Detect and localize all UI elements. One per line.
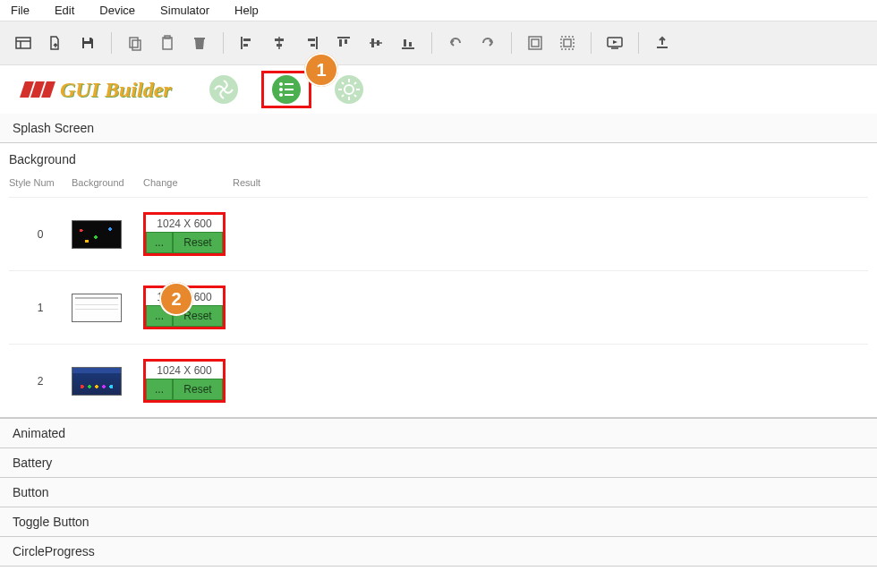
svg-rect-9 [194,38,205,39]
svg-rect-28 [529,37,541,49]
dimensions-label: 1024 X 600 [146,215,223,232]
reset-button[interactable]: Reset [173,379,223,400]
background-thumbnail[interactable] [72,220,143,249]
undo-icon[interactable] [441,29,470,57]
toolbar-separator [591,32,592,54]
svg-rect-20 [339,39,342,47]
toolbar-separator [431,32,432,54]
svg-rect-4 [84,44,91,48]
upload-icon[interactable] [648,29,677,57]
svg-rect-7 [163,38,172,49]
svg-rect-17 [308,38,315,41]
align-center-v-icon[interactable] [362,29,390,57]
header-row: GUI Builder 1 [0,65,877,114]
col-style-num: Style Num [9,177,72,188]
col-result: Result [233,177,286,188]
new-layout-icon[interactable] [9,29,38,57]
svg-rect-0 [16,38,30,48]
svg-rect-3 [84,38,89,41]
svg-rect-23 [371,38,374,47]
column-headers: Style Num Background Change Result [9,174,868,197]
toolbar [0,21,877,65]
svg-rect-31 [564,39,571,47]
open-icon[interactable] [41,29,70,57]
section-circle-progress[interactable]: CircleProgress [0,537,877,567]
menu-simulator[interactable]: Simulator [160,4,209,17]
svg-line-50 [354,95,356,97]
svg-rect-24 [377,40,379,46]
change-control: 1024 X 600 ... Reset [143,359,226,403]
svg-rect-5 [130,38,138,47]
background-title: Background [9,152,868,166]
svg-rect-6 [132,40,140,50]
background-thumbnail[interactable] [72,367,143,396]
section-splash-screen[interactable]: Splash Screen [0,114,877,143]
toolbar-separator [638,32,639,54]
background-row: 0 1024 X 600 ... Reset [9,197,868,270]
section-toggle-button[interactable]: Toggle Button [0,507,877,537]
align-left-icon[interactable] [233,29,261,57]
app-title: GUI Builder [60,78,172,102]
background-row: 2 1024 X 600 ... Reset [9,344,868,417]
svg-rect-14 [275,38,284,41]
ungroup-icon[interactable] [553,29,582,57]
preview-icon[interactable] [600,29,629,57]
mode-design-icon[interactable] [199,71,249,108]
delete-icon[interactable] [185,29,214,57]
copy-icon[interactable] [121,29,149,57]
svg-rect-15 [277,44,282,47]
align-center-h-icon[interactable] [265,29,294,57]
logo-stripes-icon [22,81,53,98]
browse-button[interactable]: ... [146,232,173,253]
menu-device[interactable]: Device [99,4,135,17]
svg-line-49 [342,82,344,84]
save-icon[interactable] [73,29,102,57]
menu-help[interactable]: Help [234,4,259,17]
mode-list-icon[interactable] [261,71,311,108]
background-thumbnail[interactable] [72,294,143,322]
menu-bar: File Edit Device Simulator Help [0,0,877,21]
dimensions-label: 1024 X 600 [146,362,223,379]
browse-button[interactable]: ... [146,379,173,400]
svg-rect-11 [243,38,251,41]
paste-icon[interactable] [153,29,182,57]
align-top-icon[interactable] [329,29,358,57]
svg-line-52 [354,82,356,84]
change-control: 1024 X 600 ... Reset [143,212,226,256]
svg-rect-21 [345,39,347,44]
menu-file[interactable]: File [11,4,30,17]
callout-2: 2 [159,282,193,316]
callout-1: 1 [304,53,338,87]
reset-button[interactable]: Reset [173,232,223,253]
svg-rect-30 [561,37,574,49]
style-num: 2 [9,375,72,388]
svg-point-39 [279,88,283,91]
toolbar-separator [223,32,224,54]
svg-rect-12 [243,44,248,47]
redo-icon[interactable] [473,29,502,57]
svg-point-41 [279,93,283,97]
group-icon[interactable] [521,29,549,57]
svg-rect-18 [311,44,315,47]
col-background: Background [72,177,143,188]
svg-rect-26 [404,39,406,47]
menu-edit[interactable]: Edit [55,4,74,17]
background-row: 1 1024 X 600 ... Reset [9,270,868,344]
style-num: 0 [9,228,72,241]
toolbar-separator [111,32,112,54]
align-bottom-icon[interactable] [394,29,422,57]
style-num: 1 [9,302,72,314]
svg-line-51 [342,95,344,97]
toolbar-separator [511,32,512,54]
section-animated[interactable]: Animated [0,418,877,448]
svg-rect-27 [409,42,412,47]
svg-point-37 [279,82,283,86]
section-background: Background Style Num Background Change R… [0,143,877,418]
col-change: Change [143,177,233,188]
section-button[interactable]: Button [0,478,877,507]
section-battery[interactable]: Battery [0,448,877,478]
svg-rect-29 [532,39,539,47]
